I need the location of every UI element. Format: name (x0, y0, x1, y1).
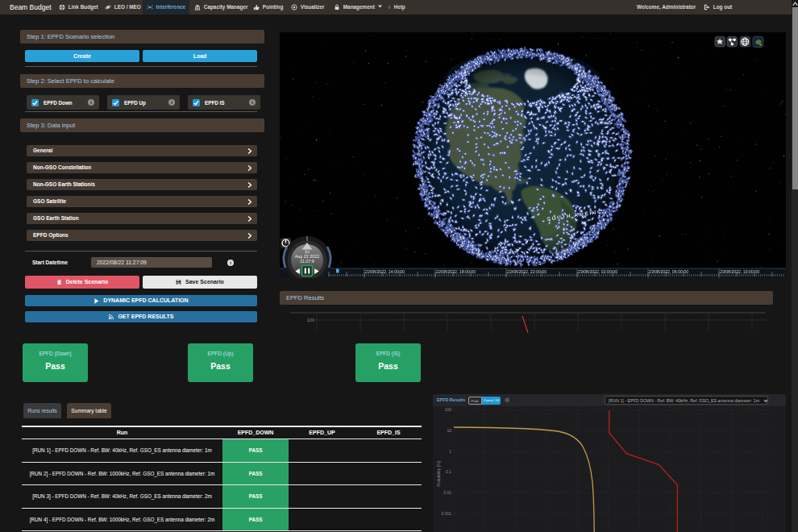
svg-text:0.01: 0.01 (443, 490, 451, 495)
svg-text:100: 100 (445, 407, 452, 412)
svg-text:Aug 22 2022: Aug 22 2022 (295, 254, 320, 259)
svg-text:23/08/2022, 10:00:00: 23/08/2022, 10:00:00 (720, 269, 759, 274)
svg-text:22/08/2022, 18:00:00: 22/08/2022, 18:00:00 (436, 269, 476, 274)
svg-text:Probability [%]: Probability [%] (436, 460, 441, 487)
svg-text:22/08/2022, 14:00:00: 22/08/2022, 14:00:00 (365, 269, 405, 274)
svg-text:1: 1 (449, 449, 451, 454)
svg-text:100: 100 (307, 318, 314, 322)
svg-text:22/08/2022, 22:00:00: 22/08/2022, 22:00:00 (507, 269, 547, 274)
svg-text:23/08/2022, 02:00:00: 23/08/2022, 02:00:00 (578, 269, 617, 274)
svg-text:0.1: 0.1 (446, 469, 451, 474)
svg-text:10: 10 (447, 428, 451, 433)
svg-text:23/08/2022, 06:00:00: 23/08/2022, 06:00:00 (649, 269, 688, 274)
svg-text:1x: 1x (305, 249, 310, 254)
svg-text:11:27:9: 11:27:9 (300, 259, 314, 264)
svg-text:0.001: 0.001 (441, 511, 451, 516)
